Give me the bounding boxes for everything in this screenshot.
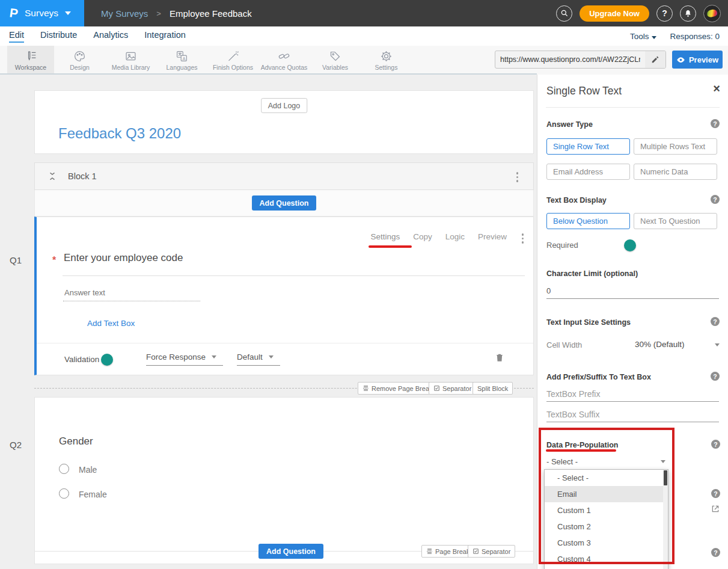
breadcrumb-parent[interactable]: My Surveys xyxy=(101,8,148,19)
brand-menu[interactable]: P Surveys xyxy=(0,0,84,26)
toolbar-item-variables[interactable]: Variables xyxy=(310,46,361,75)
search-icon[interactable] xyxy=(556,5,572,22)
survey-title[interactable]: Feedback Q3 2020 xyxy=(58,125,181,142)
q2-option-female-label[interactable]: Female xyxy=(79,490,107,499)
q2-question-text[interactable]: Gender xyxy=(59,435,93,448)
dropdown-scrollbar-thumb[interactable] xyxy=(664,470,667,485)
data-prepopulation-select[interactable]: - Select - xyxy=(546,457,578,466)
add-logo-button[interactable]: Add Logo xyxy=(261,98,308,113)
notifications-bell-icon[interactable] xyxy=(680,5,696,22)
q1-more-menu-icon[interactable] xyxy=(522,233,524,244)
q1-tab-copy[interactable]: Copy xyxy=(413,232,432,241)
cell-width-dropdown-caret-icon[interactable] xyxy=(715,343,720,346)
close-panel-icon[interactable]: × xyxy=(713,82,720,94)
separator-bottom-button[interactable]: Separator xyxy=(468,545,515,558)
dropdown-option-custom3[interactable]: Custom 3 xyxy=(545,535,668,551)
display-below-question[interactable]: Below Question xyxy=(546,213,630,229)
delete-question-trash-icon[interactable] xyxy=(494,352,505,365)
q1-tab-logic[interactable]: Logic xyxy=(445,232,465,241)
preview-button[interactable]: Preview xyxy=(672,51,723,69)
separator-button[interactable]: Separator xyxy=(429,382,476,395)
toolbar-item-design[interactable]: Design xyxy=(54,46,105,75)
tab-edit[interactable]: Edit xyxy=(9,30,24,43)
survey-nav: Edit Distribute Analytics Integration To… xyxy=(0,26,728,46)
page-break-button[interactable]: Page Break xyxy=(421,545,474,558)
prefix-suffix-help-icon[interactable]: ? xyxy=(711,372,720,381)
page-break-icon xyxy=(426,548,433,555)
question-number-q2: Q2 xyxy=(10,440,22,450)
add-question-button[interactable]: Add Question xyxy=(252,195,317,211)
text-input-size-help-icon[interactable]: ? xyxy=(711,317,720,326)
toolbar-item-media-library[interactable]: Media Library xyxy=(105,46,156,75)
toolbar-bottom-border xyxy=(0,73,537,75)
dropdown-option-email[interactable]: Email xyxy=(545,486,668,502)
page-break-icon xyxy=(362,385,369,392)
responses-count[interactable]: Responses: 0 xyxy=(670,32,720,41)
dropdown-option-custom1[interactable]: Custom 1 xyxy=(545,502,668,518)
answer-type-help-icon[interactable]: ? xyxy=(711,119,720,128)
chevron-down-icon xyxy=(212,355,216,358)
dropdown-scrollbar[interactable] xyxy=(663,470,668,569)
textbox-prefix-input[interactable]: TextBox Prefix xyxy=(546,389,600,399)
remove-page-break-button[interactable]: Remove Page Break xyxy=(358,382,438,395)
hidden-section2-help-icon[interactable]: ? xyxy=(711,548,720,557)
display-next-to-question[interactable]: Next To Question xyxy=(634,213,717,229)
tab-integration[interactable]: Integration xyxy=(144,30,186,43)
cell-width-value[interactable]: 30% (Default) xyxy=(635,340,685,349)
q2-radio-female[interactable] xyxy=(59,488,69,499)
answer-type-label: Answer Type xyxy=(546,120,593,129)
edit-url-pencil-icon[interactable] xyxy=(645,51,665,68)
required-asterisk: * xyxy=(52,255,56,266)
required-label: Required xyxy=(546,241,578,250)
text-box-display-help-icon[interactable]: ? xyxy=(711,195,720,204)
select-caret-icon[interactable] xyxy=(661,460,665,463)
toolbar-item-finish-options[interactable]: Finish Options xyxy=(207,46,258,75)
hidden-section-help-icon[interactable]: ? xyxy=(711,489,720,498)
q1-footer-row: Validation Force Response Default xyxy=(37,343,533,375)
survey-url-input[interactable] xyxy=(495,55,645,64)
force-response-dropdown[interactable]: Force Response xyxy=(146,352,223,366)
q2-option-male-label[interactable]: Male xyxy=(79,465,97,475)
character-limit-label: Character Limit (optional) xyxy=(546,269,638,278)
top-header: P Surveys My Surveys > Employee Feedback… xyxy=(0,0,728,26)
toolbar-item-settings[interactable]: Settings xyxy=(361,46,412,75)
tools-menu[interactable]: Tools xyxy=(630,32,657,41)
block-title[interactable]: Block 1 xyxy=(68,171,97,181)
collapse-block-icon[interactable] xyxy=(48,170,57,185)
q1-question-text[interactable]: Enter your employee code xyxy=(64,252,183,264)
split-block-button[interactable]: Split Block xyxy=(473,382,513,395)
cell-width-label: Cell Width xyxy=(546,340,582,349)
q1-answer-text-input[interactable] xyxy=(63,284,200,301)
answer-type-numeric[interactable]: Numeric Data xyxy=(634,164,717,180)
block-more-menu-icon[interactable] xyxy=(516,172,519,182)
text-input-size-label: Text Input Size Settings xyxy=(546,318,631,327)
dropdown-option-custom4[interactable]: Custom 4 xyxy=(545,551,668,567)
answer-type-email[interactable]: Email Address xyxy=(546,164,630,180)
panel-divider xyxy=(546,107,720,108)
q1-tab-preview[interactable]: Preview xyxy=(478,232,507,241)
toolbar-item-workspace[interactable]: Workspace xyxy=(7,46,54,75)
tab-analytics[interactable]: Analytics xyxy=(93,30,128,43)
help-icon[interactable]: ? xyxy=(656,5,673,22)
dropdown-option-custom2[interactable]: Custom 2 xyxy=(545,518,668,535)
answer-type-single-row[interactable]: Single Row Text xyxy=(546,138,630,155)
add-question-bottom-button[interactable]: Add Question xyxy=(258,544,323,559)
add-text-box-link[interactable]: Add Text Box xyxy=(87,319,135,328)
data-prepopulation-dropdown: - Select - Email Custom 1 Custom 2 Custo… xyxy=(544,469,668,569)
textbox-suffix-input[interactable]: TextBox Suffix xyxy=(546,410,599,419)
q1-tab-settings[interactable]: Settings xyxy=(370,232,400,241)
validation-default-dropdown[interactable]: Default xyxy=(237,352,280,366)
question-card-q2: Gender Male Female Add Question Page Bre… xyxy=(34,397,534,564)
external-link-icon[interactable] xyxy=(711,504,720,516)
toolbar-item-languages[interactable]: A Languages xyxy=(156,46,207,75)
answer-type-multiple-rows[interactable]: Multiple Rows Text xyxy=(634,138,717,155)
user-avatar[interactable] xyxy=(703,5,721,22)
data-prepopulation-help-icon[interactable]: ? xyxy=(711,440,720,449)
tab-distribute[interactable]: Distribute xyxy=(40,30,77,43)
dropdown-option-select[interactable]: - Select - xyxy=(545,470,668,486)
toolbar-item-advance-quotas[interactable]: Advance Quotas xyxy=(258,46,310,75)
q2-radio-male[interactable] xyxy=(59,464,69,474)
upgrade-now-button[interactable]: Upgrade Now xyxy=(580,5,649,22)
character-limit-value[interactable]: 0 xyxy=(546,286,551,295)
panel-title: Single Row Text xyxy=(546,85,622,97)
